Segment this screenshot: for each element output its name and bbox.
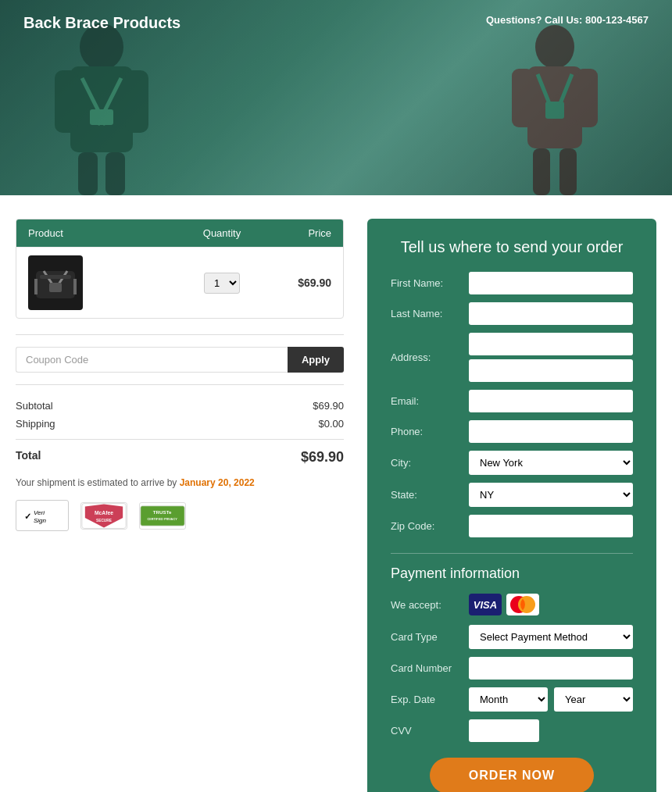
card-number-label: Card Number <box>391 662 469 674</box>
card-logos: VISA <box>469 594 539 615</box>
card-number-group: Card Number <box>391 657 633 680</box>
total-value: $69.90 <box>301 449 344 466</box>
zip-input[interactable] <box>469 515 633 537</box>
product-cell <box>28 255 175 310</box>
city-group: City: New York <box>391 451 633 475</box>
svg-rect-13 <box>533 148 550 195</box>
contact-info: Questions? Call Us: 800-123-4567 <box>486 14 649 26</box>
order-btn-wrap: ORDER NOW <box>391 758 633 792</box>
section-divider <box>391 553 633 554</box>
person-left-silhouette <box>23 23 180 195</box>
svg-rect-11 <box>512 69 534 127</box>
col-qty-header: Quantity <box>175 227 269 239</box>
order-now-button[interactable]: ORDER NOW <box>430 758 594 792</box>
subtotal-value: $69.90 <box>313 400 344 412</box>
svg-text:SECURE: SECURE <box>96 518 113 522</box>
form-section-title: Tell us where to send your order <box>391 238 633 256</box>
order-table: Product Quantity Price <box>16 219 344 319</box>
email-input[interactable] <box>469 390 633 412</box>
state-label: State: <box>391 489 469 501</box>
city-select[interactable]: New York <box>469 451 633 475</box>
card-number-input[interactable] <box>469 657 633 680</box>
contact-label: Questions? Call Us: <box>486 14 583 26</box>
col-price-header: Price <box>269 227 331 239</box>
hero-section: Back Brace Products Questions? Call Us: … <box>0 0 672 195</box>
total-label: Total <box>16 449 41 466</box>
svg-rect-5 <box>105 152 125 195</box>
subtotal-label: Subtotal <box>16 400 53 412</box>
email-group: Email: <box>391 390 633 412</box>
verisign-icon: ✓ Veri Sign <box>23 504 62 527</box>
last-name-label: Last Name: <box>391 308 469 319</box>
qty-cell[interactable]: 1 2 3 <box>175 273 269 294</box>
last-name-input[interactable] <box>469 302 633 325</box>
coupon-section: Apply <box>16 334 344 384</box>
price-cell: $69.90 <box>269 276 331 289</box>
svg-rect-4 <box>78 152 98 195</box>
we-accept-label: We accept: <box>391 599 469 611</box>
state-select[interactable]: NY <box>469 483 633 507</box>
left-panel: Product Quantity Price <box>16 219 344 792</box>
exp-date-group: Exp. Date Month 01020304 05060708 091011… <box>391 687 633 712</box>
email-label: Email: <box>391 395 469 407</box>
verisign-badge: ✓ Veri Sign <box>16 500 69 531</box>
we-accept-row: We accept: VISA <box>391 594 633 615</box>
shipping-row: Shipping $0.00 <box>16 415 344 433</box>
svg-rect-24 <box>40 275 71 279</box>
quantity-select[interactable]: 1 2 3 <box>204 273 240 294</box>
address-label: Address: <box>391 351 469 363</box>
svg-rect-8 <box>90 109 113 125</box>
svg-rect-2 <box>55 70 78 133</box>
cvv-label: CVV <box>391 725 469 737</box>
product-image <box>28 255 83 310</box>
main-content: Product Quantity Price <box>0 195 672 792</box>
address-line1-input[interactable] <box>469 333 633 355</box>
col-product-header: Product <box>28 227 175 239</box>
mastercard-logo <box>506 594 539 615</box>
shipping-label: Shipping <box>16 418 55 430</box>
address-line2-input[interactable] <box>469 359 633 382</box>
zip-label: Zip Code: <box>391 520 469 532</box>
svg-text:Sign: Sign <box>34 517 47 524</box>
payment-section-title: Payment information <box>391 565 633 582</box>
svg-text:CERTIFIED PRIVACY: CERTIFIED PRIVACY <box>147 518 177 521</box>
first-name-input[interactable] <box>469 272 633 294</box>
right-panel: Tell us where to send your order First N… <box>367 219 656 792</box>
exp-date-label: Exp. Date <box>391 694 469 705</box>
mcafee-icon: McAfee SECURE <box>81 502 127 530</box>
cvv-input[interactable] <box>469 719 539 742</box>
coupon-input[interactable] <box>16 347 288 373</box>
total-row: Total $69.90 <box>16 439 344 466</box>
subtotal-row: Subtotal $69.90 <box>16 397 344 415</box>
year-select[interactable]: Year 20242025202620272028 <box>554 687 633 712</box>
shipment-info: Your shipment is estimated to arrive by … <box>16 477 344 488</box>
exp-selects: Month 01020304 05060708 09101112 Year 20… <box>469 687 633 712</box>
cvv-group: CVV <box>391 719 633 742</box>
svg-rect-14 <box>559 148 577 195</box>
state-group: State: NY <box>391 483 633 507</box>
product-svg <box>32 259 79 306</box>
mcafee-badge: McAfee SECURE <box>80 502 127 530</box>
phone-input[interactable] <box>469 420 633 443</box>
site-title: Back Brace Products <box>23 14 181 32</box>
truste-icon: TRUSTe CERTIFIED PRIVACY <box>140 502 185 530</box>
svg-rect-21 <box>49 283 62 292</box>
svg-rect-17 <box>545 102 564 119</box>
address-group: Address: <box>391 333 633 382</box>
card-type-label: Card Type <box>391 631 469 643</box>
month-select[interactable]: Month 01020304 05060708 09101112 <box>469 687 548 712</box>
svg-point-9 <box>535 25 574 69</box>
card-type-select[interactable]: Select Payment Method Visa Mastercard <box>469 625 633 649</box>
table-row: 1 2 3 $69.90 <box>16 247 343 318</box>
svg-rect-12 <box>576 69 598 127</box>
phone-number: 800-123-4567 <box>585 14 649 26</box>
svg-text:McAfee: McAfee <box>95 510 113 516</box>
city-label: City: <box>391 457 469 469</box>
apply-button[interactable]: Apply <box>288 347 344 373</box>
phone-group: Phone: <box>391 420 633 443</box>
person-right-silhouette <box>484 23 625 195</box>
svg-rect-3 <box>125 70 148 133</box>
shipment-date: January 20, 2022 <box>180 477 255 488</box>
shipment-text: Your shipment is estimated to arrive by <box>16 477 177 488</box>
table-header: Product Quantity Price <box>16 219 343 247</box>
